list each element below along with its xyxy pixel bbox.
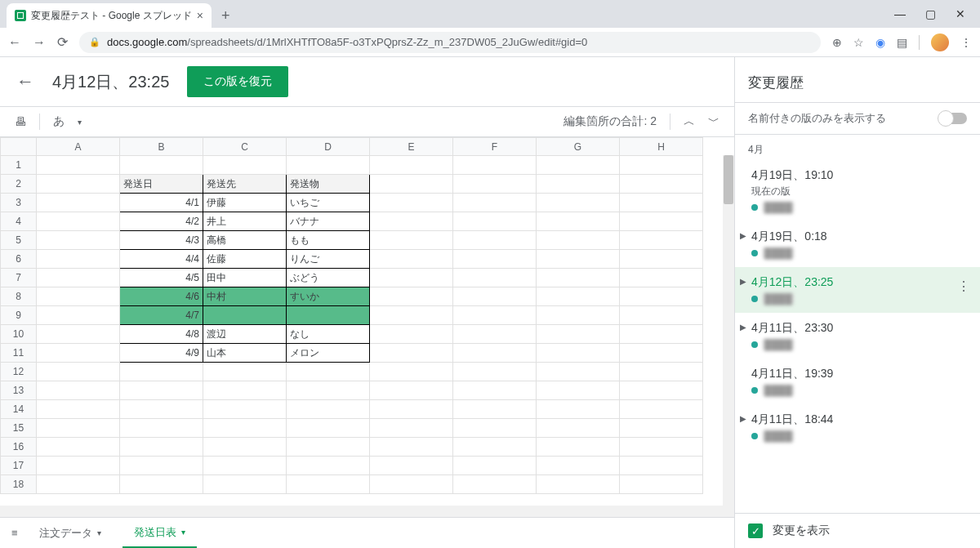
cell[interactable] [453,287,537,306]
cell[interactable] [287,363,370,381]
extension-icon[interactable]: ◉ [875,36,885,49]
cell[interactable] [453,306,537,325]
cell[interactable] [453,475,537,494]
cell[interactable]: 高橋 [203,231,287,250]
cell[interactable] [37,156,120,175]
column-header[interactable]: A [37,138,120,156]
cell[interactable] [370,175,453,194]
row-header[interactable]: 7 [1,269,37,287]
version-item[interactable]: ▶4月12日、23:25████⋮ [735,267,980,313]
row-header[interactable]: 8 [1,287,37,306]
cell[interactable]: 山本 [203,344,287,363]
next-edit-icon[interactable]: ﹀ [708,114,719,129]
spreadsheet-grid[interactable]: ABCDEFGH12発送日発送先発送物34/1伊藤いちご44/2井上バナナ54/… [0,137,734,506]
cell[interactable]: 4/8 [120,325,203,344]
row-header[interactable]: 14 [1,400,37,419]
column-header[interactable]: F [453,138,537,156]
show-changes-checkbox[interactable]: ✓ [748,523,763,538]
zoom-icon[interactable]: ⊕ [832,36,842,49]
cell[interactable] [537,475,620,494]
cell[interactable] [287,457,370,475]
cell[interactable] [37,194,120,212]
cell[interactable] [370,250,453,269]
cell[interactable]: 中村 [203,287,287,306]
cell[interactable] [537,212,620,231]
nav-back-icon[interactable]: ← [8,35,21,50]
cell[interactable] [453,250,537,269]
version-item[interactable]: ▶4月11日、18:44████ [735,404,980,450]
row-header[interactable]: 4 [1,212,37,231]
cell[interactable] [203,457,287,475]
cell[interactable] [203,363,287,381]
cell[interactable]: 発送先 [203,175,287,194]
cell[interactable] [620,419,703,438]
cell[interactable] [37,325,120,344]
cell[interactable] [453,457,537,475]
sheet-tab-orders[interactable]: 注文データ ▾ [28,519,113,547]
row-header[interactable]: 15 [1,419,37,438]
cell[interactable] [537,156,620,175]
vertical-scrollbar[interactable] [723,155,734,506]
cell[interactable] [370,438,453,457]
cell[interactable] [453,194,537,212]
cell[interactable] [37,175,120,194]
cell[interactable]: 発送物 [287,175,370,194]
extension-icon-2[interactable]: ▤ [897,36,907,49]
cell[interactable] [37,381,120,400]
row-header[interactable]: 11 [1,344,37,363]
cell[interactable] [537,231,620,250]
cell[interactable] [620,325,703,344]
cell[interactable] [37,250,120,269]
reload-icon[interactable]: ⟳ [57,34,68,50]
cell[interactable] [203,438,287,457]
cell[interactable] [537,381,620,400]
cell[interactable] [537,269,620,287]
cell[interactable] [37,306,120,325]
cell[interactable] [537,194,620,212]
row-header[interactable]: 12 [1,363,37,381]
cell[interactable] [120,400,203,419]
cell[interactable] [370,381,453,400]
cell[interactable] [37,475,120,494]
minimize-icon[interactable]: — [894,7,906,20]
version-item[interactable]: ▶4月19日、0:18████ [735,221,980,267]
row-header[interactable]: 17 [1,457,37,475]
cell[interactable] [370,325,453,344]
cell[interactable] [620,269,703,287]
cell[interactable]: メロン [287,344,370,363]
cell[interactable] [453,269,537,287]
cell[interactable] [120,363,203,381]
cell[interactable] [370,269,453,287]
cell[interactable] [37,212,120,231]
cell[interactable] [620,457,703,475]
cell[interactable] [287,419,370,438]
cell[interactable]: なし [287,325,370,344]
cell[interactable] [537,400,620,419]
cell[interactable]: 4/1 [120,194,203,212]
cell[interactable] [370,287,453,306]
cell[interactable] [370,156,453,175]
cell[interactable]: バナナ [287,212,370,231]
cell[interactable]: 渡辺 [203,325,287,344]
column-header[interactable]: H [620,138,703,156]
cell[interactable] [120,457,203,475]
cell[interactable] [370,231,453,250]
cell[interactable] [620,156,703,175]
cell[interactable]: 4/5 [120,269,203,287]
cell[interactable]: もも [287,231,370,250]
cell[interactable] [537,325,620,344]
cell[interactable] [620,363,703,381]
cell[interactable] [287,306,370,325]
cell[interactable] [453,212,537,231]
cell[interactable] [537,457,620,475]
cell[interactable] [370,344,453,363]
cell[interactable] [620,250,703,269]
version-item[interactable]: ▶4月11日、23:30████ [735,313,980,359]
ime-dropdown-icon[interactable]: ▾ [78,118,82,127]
cell[interactable] [620,175,703,194]
cell[interactable] [37,419,120,438]
cell[interactable] [203,419,287,438]
cell[interactable] [453,175,537,194]
cell[interactable] [37,457,120,475]
cell[interactable] [620,194,703,212]
